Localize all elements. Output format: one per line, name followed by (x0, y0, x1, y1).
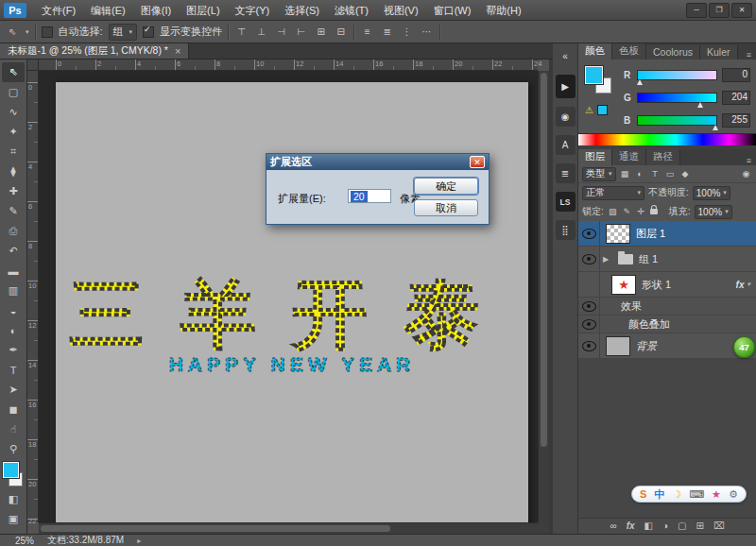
horizontal-scrollbar[interactable] (39, 522, 538, 534)
auto-select-checkbox[interactable] (42, 26, 53, 38)
eye-icon[interactable] (582, 341, 596, 351)
fill-dropdown[interactable]: 100% ▾ (695, 205, 732, 219)
tab-layers[interactable]: 图层 (578, 149, 612, 165)
layer-name[interactable]: 组 1 (639, 252, 658, 266)
healing-brush-tool[interactable]: ✚ (2, 181, 25, 201)
menu-help[interactable]: 帮助(H) (478, 0, 528, 21)
fullwidth-moon-icon[interactable]: ☽ (672, 486, 681, 502)
lock-position-icon[interactable]: ✛ (636, 207, 646, 216)
align-left-edges-icon[interactable]: ⊣ (274, 25, 288, 40)
restore-button[interactable]: ❐ (709, 3, 730, 18)
menu-window[interactable]: 窗口(W) (426, 0, 479, 21)
vertical-scrollbar-thumb[interactable] (541, 73, 547, 447)
clone-stamp-tool[interactable]: ⎙ (2, 221, 25, 241)
horizontal-scrollbar-thumb[interactable] (41, 525, 390, 532)
color-swatches[interactable] (2, 461, 25, 487)
floating-speedup-ball[interactable]: 47 (733, 336, 755, 358)
sogou-logo-icon[interactable]: S (640, 486, 646, 502)
eye-icon[interactable] (582, 229, 596, 239)
tab-swatches[interactable]: 色板 (612, 43, 646, 60)
green-channel-slider[interactable] (637, 93, 717, 103)
quick-selection-tool[interactable]: ✦ (2, 122, 25, 142)
vertical-scrollbar[interactable] (538, 71, 549, 522)
lock-paint-icon[interactable]: ✎ (622, 207, 632, 216)
menu-layer[interactable]: 图层(L) (179, 0, 227, 21)
chevron-down-icon[interactable]: ▾ (747, 281, 750, 288)
link-layers-icon[interactable]: ∞ (610, 519, 617, 534)
new-layer-icon[interactable]: ⊞ (696, 519, 704, 534)
tab-kuler[interactable]: Kuler (700, 45, 738, 60)
layer-filter-toggle-icon[interactable]: ◉ (740, 167, 752, 180)
cancel-button[interactable]: 取消 (414, 199, 478, 216)
slider-knob-icon[interactable] (713, 125, 718, 130)
expand-amount-input[interactable]: 20 (348, 189, 391, 203)
status-options-arrow-icon[interactable]: ▸ (137, 537, 141, 545)
red-channel-slider[interactable] (637, 70, 717, 80)
actions-panel-icon[interactable]: A (556, 135, 576, 155)
tab-color[interactable]: 颜色 (578, 43, 612, 60)
lock-all-icon[interactable] (650, 209, 658, 214)
layer-row-group1[interactable]: ▶ 组 1 (578, 247, 756, 272)
slider-knob-icon[interactable] (637, 79, 643, 85)
visibility-cell[interactable] (578, 298, 600, 315)
menu-filter[interactable]: 滤镜(T) (327, 0, 376, 21)
layer-thumbnail[interactable] (606, 224, 630, 244)
filter-pixel-layers-icon[interactable]: ▦ (619, 167, 631, 180)
layer-style-icon[interactable]: fx (627, 519, 635, 534)
blur-tool[interactable]: ◒ (2, 300, 25, 320)
pen-tool[interactable]: ✒ (2, 340, 25, 360)
effects-row[interactable]: 效果 (578, 298, 756, 316)
add-layer-mask-icon[interactable]: ◧ (644, 519, 653, 534)
soft-keyboard-icon[interactable]: ⌨ (689, 486, 704, 502)
eye-icon[interactable] (582, 319, 596, 330)
layer-row-layer1[interactable]: 图层 1 (578, 221, 756, 247)
minibridge-panel-icon[interactable]: ▶ (556, 75, 576, 98)
dock-collapse-icon[interactable]: « (556, 46, 576, 66)
color-overlay-label[interactable]: 颜色叠加 (628, 317, 670, 332)
brush-tool[interactable]: ✎ (2, 201, 25, 221)
menu-view[interactable]: 视图(V) (376, 0, 426, 21)
current-tool-icon[interactable]: ⇖ (6, 25, 20, 40)
gamut-warning[interactable]: ⚠ (585, 105, 608, 115)
layer-name[interactable]: 形状 1 (642, 278, 671, 292)
blue-channel-slider[interactable] (637, 115, 717, 126)
move-tool[interactable]: ⇖ (2, 62, 25, 82)
shape-tool[interactable]: ◼ (2, 400, 25, 419)
distribute-left-icon[interactable]: ⋮ (400, 25, 414, 40)
filter-type-layers-icon[interactable]: T (649, 167, 662, 180)
visibility-cell[interactable] (578, 247, 600, 271)
crop-tool[interactable]: ⌗ (2, 142, 25, 162)
canvas-viewport[interactable]: 三羊开泰 HAPPY NEW YEAR (39, 71, 538, 522)
layer-name[interactable]: 背景 (636, 339, 657, 353)
screen-mode-icon[interactable]: ▣ (2, 509, 25, 529)
foreground-color-swatch[interactable] (3, 462, 19, 478)
filter-adjustment-layers-icon[interactable]: ◐ (634, 167, 646, 180)
visibility-cell[interactable] (578, 272, 600, 297)
layer-row-shape1[interactable]: ★ 形状 1 fx ▾ (578, 272, 756, 298)
visibility-cell[interactable] (578, 221, 600, 246)
align-top-edges-icon[interactable]: ⊤ (234, 25, 249, 40)
effects-label[interactable]: 效果 (621, 299, 642, 314)
foreground-color-swatch[interactable] (585, 66, 603, 84)
distribute-vertical-icon[interactable]: ≣ (380, 25, 394, 40)
slider-knob-icon[interactable] (697, 102, 703, 108)
menu-edit[interactable]: 编辑(E) (83, 0, 133, 21)
path-selection-tool[interactable]: ➤ (2, 380, 25, 400)
green-channel-value[interactable]: 204 (722, 91, 750, 105)
layer-row-background[interactable]: 背景 (578, 333, 756, 359)
eye-icon[interactable] (582, 301, 596, 312)
filter-shape-layers-icon[interactable]: ▭ (664, 167, 677, 180)
tab-close-icon[interactable]: × (175, 45, 180, 57)
distribute-horizontal-icon[interactable]: ⋯ (420, 25, 434, 40)
eyedropper-tool[interactable]: ⧫ (2, 162, 25, 181)
history-brush-tool[interactable]: ↶ (2, 241, 25, 261)
ok-button[interactable]: 确定 (414, 178, 478, 195)
minimize-button[interactable]: ─ (686, 3, 707, 18)
document-canvas[interactable]: 三羊开泰 HAPPY NEW YEAR (56, 82, 528, 522)
red-channel-value[interactable]: 0 (722, 68, 750, 82)
menu-image[interactable]: 图像(I) (133, 0, 179, 21)
dodge-tool[interactable]: ◐ (2, 320, 25, 340)
tab-channels[interactable]: 通道 (612, 149, 646, 165)
info-panel-icon[interactable]: ◉ (556, 107, 576, 127)
panel-menu-icon[interactable]: ≡ (742, 50, 756, 60)
